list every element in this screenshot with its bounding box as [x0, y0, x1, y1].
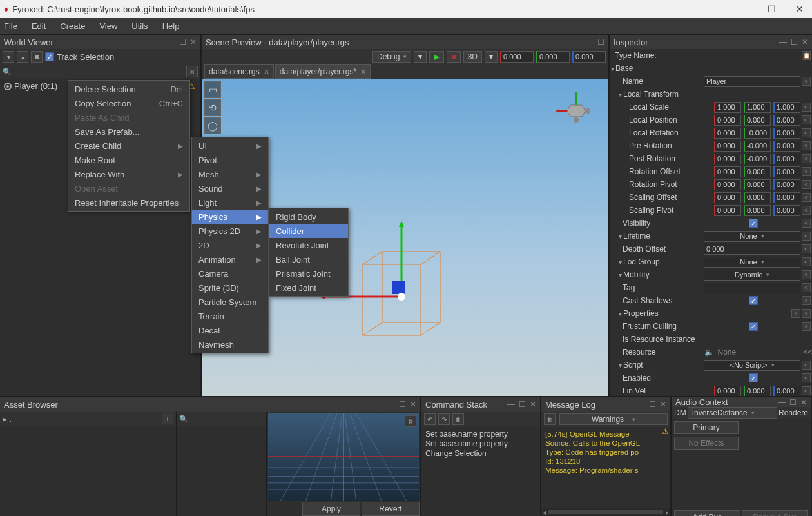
revert-button[interactable]: < [802, 154, 811, 163]
close-button[interactable]: ✕ [791, 4, 808, 14]
depth-offset-input[interactable]: 0.000 [704, 244, 800, 255]
y-input[interactable]: 0.000 [744, 205, 771, 216]
revert-button[interactable]: < [802, 296, 811, 305]
visibility-checkbox[interactable]: ✓ [749, 219, 758, 228]
assign-resource-button[interactable]: << [803, 348, 812, 357]
y-input[interactable]: 0.000 [744, 179, 771, 190]
scrollbar[interactable]: ◂▸ [541, 508, 670, 516]
coord-y-input[interactable]: 0.000 [536, 51, 570, 63]
menu-item-navmesh[interactable]: Navmesh [192, 337, 268, 352]
add-bus-button[interactable]: Add Bus [674, 510, 740, 516]
y-input[interactable]: -0.000 [744, 128, 771, 139]
panel-close-icon[interactable]: ✕ [530, 400, 536, 409]
menu-item-pivot[interactable]: Pivot [192, 153, 268, 167]
menu-edit[interactable]: Edit [32, 21, 46, 31]
menu-item-rigid-body[interactable]: Rigid Body [269, 210, 348, 224]
menu-item-decal[interactable]: Decal [192, 323, 268, 337]
coord-z-input[interactable]: 0.000 [572, 51, 606, 63]
asset-grid[interactable] [177, 426, 266, 516]
menu-item-replace-with[interactable]: Replace With▶ [68, 167, 189, 181]
mode-menu-button[interactable]: ▾ [485, 51, 498, 63]
menu-item-create-child[interactable]: Create Child▶ [68, 139, 189, 153]
revert-button[interactable]: < [802, 180, 811, 189]
menu-item-ball-joint[interactable]: Ball Joint [269, 252, 348, 266]
y-input[interactable]: 0.000 [744, 166, 771, 177]
revert-button[interactable]: < [802, 283, 811, 292]
y-input[interactable]: -0.000 [744, 141, 771, 152]
lifetime-label[interactable]: Lifetime [611, 232, 704, 241]
build-config-dropdown[interactable]: Debug [372, 51, 411, 63]
frustum-culling-checkbox[interactable]: ✓ [749, 322, 758, 331]
z-input[interactable]: 0.000 [773, 128, 800, 139]
panel-maximize-icon[interactable]: ☐ [179, 37, 186, 46]
x-input[interactable]: 0.000 [714, 205, 741, 216]
add-folder-button[interactable]: + [162, 413, 173, 424]
z-input[interactable]: 0.000 [773, 115, 800, 126]
y-input[interactable]: 0.000 [744, 115, 771, 126]
coord-x-input[interactable]: 0.000 [500, 51, 534, 63]
preview-settings-button[interactable]: ⚙ [405, 415, 416, 427]
y-input[interactable]: 1.000 [744, 102, 771, 113]
remove-bus-button[interactable]: Remove Bus [742, 510, 808, 516]
x-input[interactable]: 0.000 [714, 154, 741, 164]
close-icon[interactable]: ✕ [264, 68, 269, 76]
menu-create[interactable]: Create [60, 21, 85, 31]
menu-item-prismatic-joint[interactable]: Prismatic Joint [269, 266, 348, 281]
script-label[interactable]: Script [611, 361, 704, 370]
panel-maximize-icon[interactable]: ☐ [399, 400, 406, 409]
mode-3d-button[interactable]: 3D [463, 51, 482, 63]
lin-vel-x-input[interactable]: 0.000 [714, 386, 741, 397]
tab-scene-rgs[interactable]: data/scene.rgs ✕ [204, 64, 274, 79]
revert-button[interactable]: < [802, 141, 811, 150]
world-viewer-search-input[interactable] [14, 67, 186, 76]
revert-button[interactable]: < [802, 257, 811, 266]
revert-button[interactable]: < [802, 322, 811, 331]
x-input[interactable]: 1.000 [714, 102, 741, 113]
rotate-tool-button[interactable]: ⟲ [204, 99, 221, 116]
menu-help[interactable]: Help [162, 21, 180, 31]
y-input[interactable]: -0.000 [744, 154, 771, 164]
lin-vel-y-input[interactable]: 0.000 [744, 386, 771, 397]
x-input[interactable]: 0.000 [714, 128, 741, 139]
folder-up-icon[interactable]: ▸ . [3, 414, 12, 424]
panel-maximize-icon[interactable]: ☐ [791, 37, 798, 46]
x-input[interactable]: 0.000 [714, 192, 741, 203]
orientation-gizmo[interactable] [557, 92, 595, 130]
command-item[interactable]: Change Selection [425, 449, 536, 459]
filter-button[interactable]: ✖ [31, 51, 43, 63]
menu-item-fixed-joint[interactable]: Fixed Joint [269, 281, 348, 295]
enabled-checkbox[interactable]: ✓ [749, 373, 758, 382]
collapse-all-button[interactable]: ▾ [3, 51, 14, 63]
panel-maximize-icon[interactable]: ☐ [789, 398, 797, 407]
add-button[interactable]: + [791, 309, 800, 318]
clear-search-button[interactable]: ✕ [186, 66, 198, 77]
panel-maximize-icon[interactable]: ☐ [519, 400, 526, 409]
tab-player-rgs[interactable]: data/player/player.rgs* ✕ [275, 64, 371, 79]
revert-button[interactable]: < [802, 373, 811, 382]
folder-tree[interactable] [0, 426, 176, 516]
clear-button[interactable]: 🗑 [452, 413, 464, 425]
panel-close-icon[interactable]: ✕ [800, 398, 807, 407]
mobility-dropdown[interactable]: Dynamic [704, 270, 800, 281]
z-input[interactable]: 0.000 [773, 205, 800, 216]
menu-item-revolute-joint[interactable]: Revolute Joint [269, 238, 348, 252]
menu-file[interactable]: File [4, 21, 17, 31]
mobility-label[interactable]: Mobility [611, 270, 704, 279]
z-input[interactable]: 1.000 [773, 102, 800, 113]
menu-item-mesh[interactable]: Mesh▶ [192, 167, 268, 181]
panel-pin-icon[interactable]: — [779, 37, 787, 46]
menu-item-2d[interactable]: 2D▶ [192, 238, 268, 252]
log-filter-dropdown[interactable]: Warnings+ [559, 413, 668, 425]
revert-button[interactable]: < [802, 115, 811, 124]
config-menu-button[interactable]: ▾ [414, 51, 427, 63]
copy-type-button[interactable]: 📋 [802, 51, 811, 60]
redo-button[interactable]: ↷ [438, 413, 450, 425]
command-item[interactable]: Set base.name property [425, 439, 536, 449]
x-input[interactable]: 0.000 [714, 179, 741, 190]
revert-button[interactable]: < [802, 167, 811, 176]
menu-item-ui[interactable]: UI▶ [192, 139, 268, 153]
minimize-button[interactable]: — [735, 4, 751, 14]
revert-button[interactable]: < [802, 244, 811, 253]
menu-item-collider[interactable]: Collider [269, 224, 348, 238]
lod-group-label[interactable]: Lod Group [611, 257, 704, 266]
